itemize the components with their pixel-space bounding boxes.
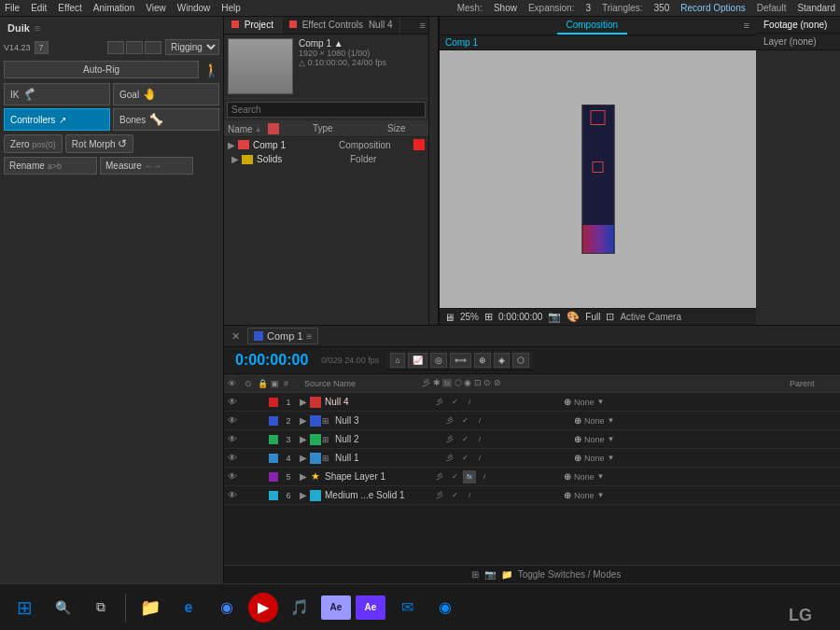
eye-1[interactable]: 👁 [224, 397, 241, 407]
camera-bottom-btn[interactable]: 📷 [484, 569, 496, 580]
dropdown-6[interactable]: ▼ [597, 491, 605, 499]
tl-solo-btn[interactable]: ◎ [430, 353, 447, 368]
ae-btn-1[interactable]: Ae [321, 595, 351, 620]
dropdown-4[interactable]: ▼ [608, 454, 615, 462]
mail-btn[interactable]: ✉ [390, 591, 424, 624]
ae-btn-2[interactable]: Ae [356, 595, 385, 620]
menu-item-animation[interactable]: Animation [93, 3, 134, 13]
record-options-btn[interactable]: Record Options [680, 3, 745, 13]
measure-button[interactable]: Measure ←→ [100, 157, 193, 175]
parent-text-2[interactable]: None [584, 416, 605, 426]
parent-text-6[interactable]: None [574, 491, 595, 500]
switch-2-3[interactable]: / [473, 414, 486, 427]
tl-graph-btn[interactable]: 📈 [408, 353, 427, 368]
switch-6-2[interactable]: ✓ [448, 489, 461, 502]
rename-button[interactable]: Rename a>b [4, 157, 97, 175]
tl-anchor-btn[interactable]: ⊕ [474, 353, 491, 368]
size-col-header[interactable]: Size [387, 123, 405, 133]
floor-btn[interactable]: ⊞ [471, 569, 479, 580]
timeline-close-icon[interactable]: ✕ [228, 329, 244, 344]
switch-4-2[interactable]: ✓ [458, 452, 471, 465]
project-tab[interactable]: Project [224, 17, 282, 34]
rigging-dropdown[interactable]: Rigging [165, 39, 219, 55]
name-col-header[interactable]: Name [228, 124, 253, 134]
tl-mask-btn[interactable]: ◈ [494, 353, 510, 368]
layer-name-5[interactable]: Shape Layer 1 [321, 471, 433, 482]
switch-4-1[interactable]: 彡 [443, 452, 456, 465]
project-search-input[interactable] [227, 102, 426, 118]
menu-item-view[interactable]: View [146, 3, 166, 13]
type-col-header[interactable]: Type [313, 123, 333, 133]
comp-viewer-tab[interactable]: Composition [557, 17, 628, 35]
fit-icon[interactable]: ⊞ [484, 311, 493, 323]
layer-name-1[interactable]: Null 4 [321, 397, 433, 407]
goal-button[interactable]: Goal 🤚 [113, 83, 219, 105]
zoom-level[interactable]: 25% [460, 312, 479, 322]
eye-4[interactable]: 👁 [224, 453, 241, 463]
viewer-expand-btn[interactable]: ⊡ [606, 311, 614, 323]
comp1-timeline-tab[interactable]: Comp 1 ≡ [247, 328, 318, 344]
timecode[interactable]: 0:00:00:00 [230, 350, 314, 371]
parent-text-1[interactable]: None [574, 398, 595, 407]
expansion-val[interactable]: 3 [585, 3, 591, 13]
menu-item-effect[interactable]: Effect [58, 3, 81, 13]
parent-text-4[interactable]: None [584, 454, 605, 463]
icon-btn-1[interactable] [107, 41, 124, 54]
switch-3-3[interactable]: / [473, 433, 486, 446]
controllers-button[interactable]: Controllers ↗ [4, 108, 110, 131]
rot-morph-button[interactable]: Rot Morph ↺ [65, 134, 133, 153]
eye-6[interactable]: 👁 [224, 490, 241, 500]
switch-5-fx[interactable]: fx [463, 470, 476, 483]
tl-3d-btn[interactable]: ⬡ [512, 353, 529, 368]
timecode-display[interactable]: 0:00:00:00 [498, 312, 542, 322]
dropdown-5[interactable]: ▼ [597, 472, 605, 481]
panel-menu-icon[interactable]: ≡ [417, 17, 428, 34]
show-label[interactable]: Show [494, 3, 517, 13]
menu-item-window[interactable]: Window [177, 3, 211, 13]
viewer-menu-icon[interactable]: ≡ [741, 17, 752, 35]
switch-1-1[interactable]: 彡 [433, 396, 446, 409]
switch-1-2[interactable]: ✓ [448, 396, 461, 409]
switch-3-2[interactable]: ✓ [458, 433, 471, 446]
dropdown-2[interactable]: ▼ [608, 416, 615, 425]
footage-tab[interactable]: Footage (none) [756, 17, 834, 33]
windows-btn[interactable]: ⊞ [7, 591, 41, 624]
taskview-btn[interactable]: ⧉ [84, 591, 118, 624]
expand-4[interactable]: ▶ [297, 453, 310, 463]
default-label[interactable]: Default [757, 3, 787, 13]
project-item-solids[interactable]: ▶ Solids Folder [224, 152, 428, 166]
expand-1[interactable]: ▶ [297, 397, 310, 407]
switch-1-3[interactable]: / [463, 396, 476, 409]
icon-btn-3[interactable] [145, 41, 161, 54]
music-btn[interactable]: 🎵 [283, 591, 316, 624]
switch-4-3[interactable]: / [473, 452, 486, 465]
vpn-btn[interactable]: ◉ [428, 591, 462, 624]
tl-snap-btn[interactable]: ⌂ [390, 353, 404, 368]
layer-name-3[interactable]: Null 2 [331, 434, 443, 444]
parent-text-3[interactable]: None [584, 435, 605, 444]
media-btn[interactable]: ▶ [248, 593, 278, 623]
resolution-dropdown[interactable]: Full [585, 312, 600, 322]
parent-text-5[interactable]: None [574, 472, 595, 482]
menu-item-edit[interactable]: Edit [31, 3, 47, 13]
project-item-comp1[interactable]: ▶ Comp 1 Composition [224, 137, 428, 152]
eye-5[interactable]: 👁 [224, 471, 241, 482]
expand-6[interactable]: ▶ [297, 490, 310, 500]
switch-5-1[interactable]: 彡 [433, 470, 446, 483]
eye-2[interactable]: 👁 [224, 415, 241, 426]
expand-5[interactable]: ▶ [297, 471, 310, 482]
layer-name-2[interactable]: Null 3 [331, 415, 443, 426]
layer-tab[interactable]: Layer (none) [756, 34, 824, 49]
layer-name-6[interactable]: Medium ...e Solid 1 [321, 490, 433, 500]
switch-6-3[interactable]: / [463, 489, 476, 502]
eye-3[interactable]: 👁 [224, 434, 241, 444]
dropdown-1[interactable]: ▼ [597, 398, 605, 406]
effect-controls-tab[interactable]: Effect Controls Null 4 [282, 17, 401, 34]
search-btn[interactable]: 🔍 [46, 591, 79, 624]
expand-3[interactable]: ▶ [297, 434, 310, 444]
toggle-switches-label[interactable]: Toggle Switches / Modes [518, 569, 622, 580]
chrome-btn[interactable]: ◉ [210, 591, 244, 624]
bones-button[interactable]: Bones 🦴 [113, 108, 219, 131]
edge-btn[interactable]: e [172, 591, 205, 624]
auto-rig-button[interactable]: Auto-Rig [4, 61, 199, 78]
